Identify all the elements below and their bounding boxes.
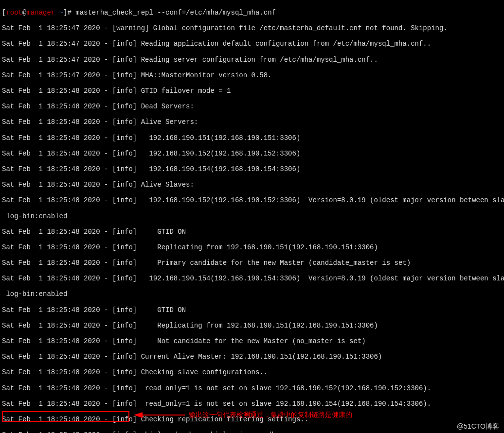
output-line: Sat Feb 1 18:25:48 2020 - [info] GTID ON [2,306,502,314]
output-line: Sat Feb 1 18:25:48 2020 - [info] read_on… [2,400,502,408]
output-line: Sat Feb 1 18:25:48 2020 - [info] Alive S… [2,181,502,189]
output-line: Sat Feb 1 18:25:48 2020 - [info] binlog_… [2,431,502,433]
watermark: @51CTO博客 [457,422,499,430]
output-line: Sat Feb 1 18:25:48 2020 - [info] read_on… [2,384,502,392]
output-line: Sat Feb 1 18:25:48 2020 - [info] Replica… [2,243,502,251]
output-line: Sat Feb 1 18:25:48 2020 - [info] Replica… [2,322,502,329]
output-line: Sat Feb 1 18:25:47 2020 - [info] MHA::Ma… [2,71,502,79]
output-line: Sat Feb 1 18:25:48 2020 - [info] Not can… [2,337,502,345]
command-text: masterha_check_repl --conf=/etc/mha/mysq… [72,9,276,17]
output-line: Sat Feb 1 18:25:48 2020 - [info] Current… [2,353,502,361]
output-line: Sat Feb 1 18:25:48 2020 - [info] Primary… [2,259,502,267]
output-line: Sat Feb 1 18:25:47 2020 - [info] Reading… [2,56,502,64]
output-line: Sat Feb 1 18:25:48 2020 - [info] 192.168… [2,275,502,282]
annotation-text: 输出这一句代表检测通过，集群中的复制链路是健康的 [189,411,352,418]
output-line: Sat Feb 1 18:25:48 2020 - [info] GTID fa… [2,87,502,95]
output-line: Sat Feb 1 18:25:48 2020 - [info] Alive S… [2,118,502,126]
output-line: Sat Feb 1 18:25:48 2020 - [info] 192.168… [2,165,502,173]
output-line: Sat Feb 1 18:25:48 2020 - [info] 192.168… [2,196,502,204]
output-line: log-bin:enabled [2,290,502,298]
output-line: Sat Feb 1 18:25:48 2020 - [info] 192.168… [2,134,502,142]
output-line: log-bin:enabled [2,212,502,220]
prompt-line-1: [root@manager ~]# masterha_check_repl --… [2,9,502,17]
output-line: Sat Feb 1 18:25:48 2020 - [info] GTID ON [2,228,502,236]
prompt-cwd: ~ [55,9,63,17]
output-line: Sat Feb 1 18:25:48 2020 - [info] Dead Se… [2,103,502,110]
output-line: Sat Feb 1 18:25:48 2020 - [info] Checkin… [2,368,502,376]
terminal-output[interactable]: [root@manager ~]# masterha_check_repl --… [0,0,504,433]
prompt-user: root [6,9,22,17]
prompt-host: manager [26,9,55,17]
output-line: Sat Feb 1 18:25:47 2020 - [warning] Glob… [2,24,502,32]
output-line: Sat Feb 1 18:25:48 2020 - [info] 192.168… [2,150,502,157]
output-line: Sat Feb 1 18:25:47 2020 - [info] Reading… [2,40,502,48]
